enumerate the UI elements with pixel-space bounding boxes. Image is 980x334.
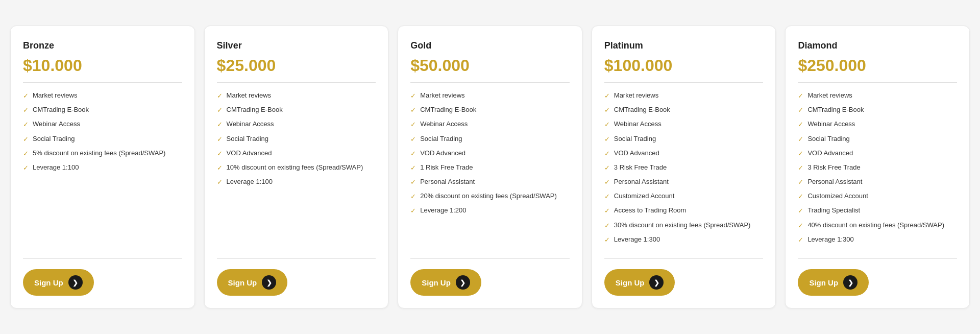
feature-text: 3 Risk Free Trade [614, 163, 667, 172]
feature-text: Personal Assistant [614, 177, 669, 186]
feature-text: CMTrading E-Book [420, 105, 476, 114]
plan-name-gold: Gold [410, 40, 570, 51]
list-item: ✓Webinar Access [23, 120, 182, 129]
feature-text: Customized Account [807, 192, 868, 201]
signup-button-bronze[interactable]: Sign Up❯ [23, 269, 94, 296]
list-item: ✓20% discount on existing fees (Spread/S… [410, 192, 570, 201]
check-icon: ✓ [798, 163, 803, 173]
plan-divider-top-bronze [23, 82, 182, 83]
check-icon: ✓ [410, 178, 416, 187]
list-item: ✓Social Trading [604, 134, 764, 144]
list-item: ✓Webinar Access [604, 120, 764, 129]
feature-text: CMTrading E-Book [33, 105, 89, 114]
plan-features-bronze: ✓Market reviews✓CMTrading E-Book✓Webinar… [23, 91, 182, 249]
list-item: ✓VOD Advanced [410, 149, 570, 158]
feature-text: Webinar Access [227, 120, 274, 129]
list-item: ✓1 Risk Free Trade [410, 163, 570, 173]
feature-text: Webinar Access [420, 120, 468, 129]
feature-text: Social Trading [33, 134, 75, 144]
feature-text: Social Trading [420, 134, 462, 144]
signup-button-silver[interactable]: Sign Up❯ [217, 269, 288, 296]
list-item: ✓Market reviews [410, 91, 570, 101]
signup-button-gold[interactable]: Sign Up❯ [410, 269, 481, 296]
list-item: ✓40% discount on existing fees (Spread/S… [798, 221, 957, 230]
plan-card-bronze: Bronze$10.000✓Market reviews✓CMTrading E… [10, 26, 195, 308]
list-item: ✓5% discount on existing fees (Spread/SW… [23, 149, 182, 158]
plan-features-platinum: ✓Market reviews✓CMTrading E-Book✓Webinar… [604, 91, 764, 249]
feature-text: CMTrading E-Book [614, 105, 670, 114]
list-item: ✓Trading Specialist [798, 206, 957, 216]
list-item: ✓Leverage 1:100 [23, 163, 182, 173]
list-item: ✓CMTrading E-Book [798, 105, 957, 115]
list-item: ✓Webinar Access [217, 120, 376, 129]
signup-button-diamond[interactable]: Sign Up❯ [798, 269, 869, 296]
feature-text: 3 Risk Free Trade [807, 163, 860, 172]
check-icon: ✓ [217, 135, 223, 144]
check-icon: ✓ [798, 149, 803, 158]
check-icon: ✓ [798, 206, 803, 216]
feature-text: Customized Account [614, 192, 675, 201]
feature-text: CMTrading E-Book [227, 105, 283, 114]
check-icon: ✓ [23, 106, 29, 115]
check-icon: ✓ [604, 221, 610, 230]
feature-text: Market reviews [420, 91, 464, 100]
plan-divider-bottom-bronze [23, 258, 182, 259]
plan-name-platinum: Platinum [604, 40, 764, 51]
signup-label: Sign Up [809, 278, 838, 287]
list-item: ✓CMTrading E-Book [217, 105, 376, 115]
feature-text: 1 Risk Free Trade [420, 163, 473, 172]
list-item: ✓CMTrading E-Book [410, 105, 570, 115]
check-icon: ✓ [410, 163, 416, 173]
plan-divider-bottom-platinum [604, 258, 764, 259]
feature-text: Leverage 1:100 [33, 163, 79, 172]
plan-name-bronze: Bronze [23, 40, 182, 51]
signup-button-platinum[interactable]: Sign Up❯ [604, 269, 675, 296]
check-icon: ✓ [604, 235, 610, 245]
plan-features-silver: ✓Market reviews✓CMTrading E-Book✓Webinar… [217, 91, 376, 249]
plan-price-silver: $25.000 [217, 56, 376, 75]
feature-text: Social Trading [227, 134, 268, 144]
list-item: ✓Personal Assistant [604, 177, 764, 187]
list-item: ✓Market reviews [798, 91, 957, 101]
feature-text: Trading Specialist [807, 206, 860, 215]
feature-text: Market reviews [807, 91, 852, 100]
check-icon: ✓ [23, 91, 29, 101]
check-icon: ✓ [604, 192, 610, 201]
check-icon: ✓ [798, 106, 803, 115]
plan-features-gold: ✓Market reviews✓CMTrading E-Book✓Webinar… [410, 91, 570, 249]
feature-text: 40% discount on existing fees (Spread/SW… [807, 221, 944, 230]
check-icon: ✓ [604, 178, 610, 187]
plan-name-silver: Silver [217, 40, 376, 51]
check-icon: ✓ [410, 192, 416, 201]
list-item: ✓Social Trading [798, 134, 957, 144]
list-item: ✓Customized Account [604, 192, 764, 201]
plan-divider-bottom-gold [410, 258, 570, 259]
list-item: ✓Customized Account [798, 192, 957, 201]
check-icon: ✓ [604, 106, 610, 115]
arrow-icon: ❯ [68, 275, 83, 290]
feature-text: VOD Advanced [227, 149, 272, 158]
list-item: ✓VOD Advanced [604, 149, 764, 158]
feature-text: Social Trading [614, 134, 656, 144]
list-item: ✓Market reviews [217, 91, 376, 101]
feature-text: Social Trading [807, 134, 849, 144]
signup-label: Sign Up [34, 278, 63, 287]
signup-label: Sign Up [422, 278, 451, 287]
list-item: ✓Webinar Access [410, 120, 570, 129]
feature-text: VOD Advanced [614, 149, 659, 158]
list-item: ✓VOD Advanced [217, 149, 376, 158]
check-icon: ✓ [798, 91, 803, 101]
feature-text: Leverage 1:300 [614, 235, 660, 244]
plan-features-diamond: ✓Market reviews✓CMTrading E-Book✓Webinar… [798, 91, 957, 249]
check-icon: ✓ [604, 206, 610, 216]
feature-text: Leverage 1:300 [807, 235, 853, 244]
feature-text: 30% discount on existing fees (Spread/SW… [614, 221, 751, 230]
list-item: ✓Personal Assistant [410, 177, 570, 187]
plan-card-diamond: Diamond$250.000✓Market reviews✓CMTrading… [785, 26, 970, 308]
list-item: ✓30% discount on existing fees (Spread/S… [604, 221, 764, 230]
feature-text: Leverage 1:100 [227, 177, 273, 186]
check-icon: ✓ [798, 178, 803, 187]
signup-label: Sign Up [228, 278, 257, 287]
check-icon: ✓ [217, 120, 223, 129]
plan-divider-top-gold [410, 82, 570, 83]
